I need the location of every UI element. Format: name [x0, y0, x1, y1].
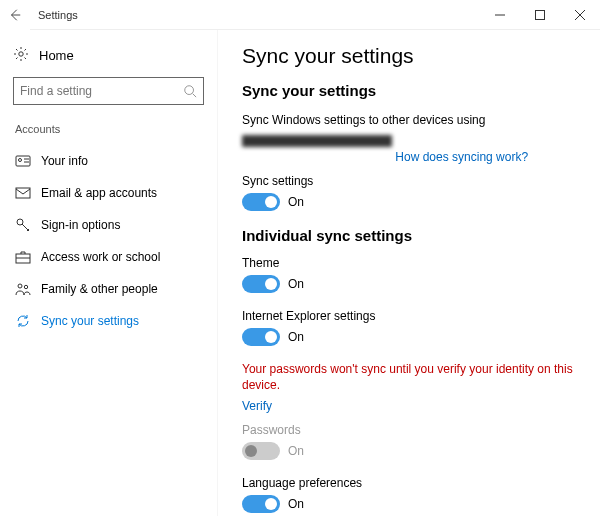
sidebar-item-label: Sync your settings: [41, 314, 139, 328]
window-controls: [480, 0, 600, 30]
arrow-left-icon: [8, 8, 22, 22]
section-heading: Sync your settings: [242, 82, 576, 99]
toggle-label: Sync settings: [242, 174, 576, 188]
svg-point-9: [24, 285, 27, 288]
svg-rect-0: [536, 10, 545, 19]
sidebar-category: Accounts: [5, 119, 212, 139]
toggle-label: Internet Explorer settings: [242, 309, 576, 323]
toggle-theme[interactable]: [242, 275, 280, 293]
toggle-state: On: [288, 444, 304, 458]
link-how-syncing-works[interactable]: How does syncing work?: [395, 150, 528, 164]
intro-text: Sync Windows settings to other devices u…: [242, 113, 576, 127]
sidebar-item-label: Access work or school: [41, 250, 160, 264]
sidebar-item-label: Sign-in options: [41, 218, 120, 232]
sidebar-item-signin[interactable]: Sign-in options: [5, 209, 212, 241]
sidebar-item-your-info[interactable]: Your info: [5, 145, 212, 177]
toggle-language[interactable]: [242, 495, 280, 513]
svg-point-8: [18, 284, 22, 288]
sidebar-item-label: Your info: [41, 154, 88, 168]
link-verify[interactable]: Verify: [242, 399, 272, 413]
toggle-label: Language preferences: [242, 476, 576, 490]
toggle-group-passwords: Passwords On: [242, 423, 576, 460]
close-button[interactable]: [560, 0, 600, 30]
home-nav[interactable]: Home: [5, 40, 212, 71]
sync-icon: [15, 313, 31, 329]
sidebar-item-family[interactable]: Family & other people: [5, 273, 212, 305]
svg-rect-5: [16, 188, 30, 198]
toggle-state: On: [288, 330, 304, 344]
toggle-ie[interactable]: [242, 328, 280, 346]
title-bar: Settings: [0, 0, 600, 30]
password-warning: Your passwords won't sync until you veri…: [242, 362, 576, 393]
section-heading: Individual sync settings: [242, 227, 576, 244]
sidebar-item-email[interactable]: Email & app accounts: [5, 177, 212, 209]
maximize-icon: [535, 10, 545, 20]
mail-icon: [15, 185, 31, 201]
svg-point-2: [185, 86, 194, 95]
sidebar-item-label: Email & app accounts: [41, 186, 157, 200]
close-icon: [575, 10, 585, 20]
sidebar: Home Accounts Your info Email & app acco…: [0, 30, 218, 516]
svg-point-4: [19, 159, 22, 162]
toggle-group-theme: Theme On: [242, 256, 576, 293]
sidebar-item-sync[interactable]: Sync your settings: [5, 305, 212, 337]
search-icon: [183, 84, 197, 98]
content-area: Sync your settings Sync your settings Sy…: [218, 30, 600, 516]
toggle-group-language: Language preferences On: [242, 476, 576, 513]
key-icon: [15, 217, 31, 233]
search-box[interactable]: [13, 77, 204, 105]
toggle-state: On: [288, 195, 304, 209]
page-title: Sync your settings: [242, 44, 576, 68]
toggle-sync-settings[interactable]: [242, 193, 280, 211]
window-title: Settings: [38, 9, 78, 21]
home-label: Home: [39, 48, 74, 63]
toggle-state: On: [288, 497, 304, 511]
back-button[interactable]: [0, 0, 30, 30]
search-input[interactable]: [20, 84, 183, 98]
person-card-icon: [15, 153, 31, 169]
toggle-label: Passwords: [242, 423, 576, 437]
toggle-label: Theme: [242, 256, 576, 270]
sidebar-item-work-school[interactable]: Access work or school: [5, 241, 212, 273]
redacted-account: [242, 135, 392, 147]
toggle-group-sync: Sync settings On: [242, 174, 576, 211]
maximize-button[interactable]: [520, 0, 560, 30]
toggle-state: On: [288, 277, 304, 291]
svg-point-1: [19, 52, 23, 56]
toggle-passwords: [242, 442, 280, 460]
gear-icon: [13, 46, 29, 65]
minimize-icon: [495, 10, 505, 20]
briefcase-icon: [15, 249, 31, 265]
sidebar-item-label: Family & other people: [41, 282, 158, 296]
people-icon: [15, 281, 31, 297]
toggle-group-ie: Internet Explorer settings On: [242, 309, 576, 346]
svg-rect-3: [16, 156, 30, 166]
minimize-button[interactable]: [480, 0, 520, 30]
